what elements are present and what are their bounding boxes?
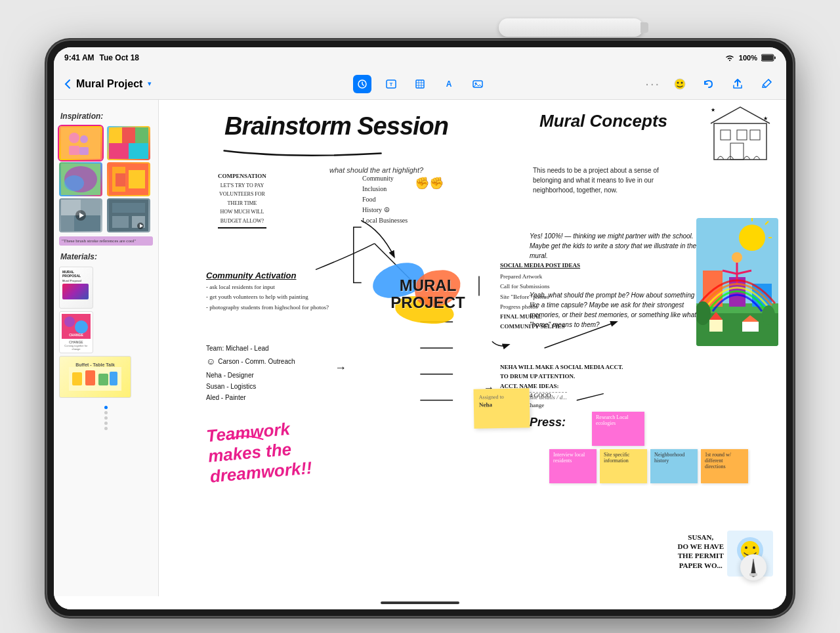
- nav-dot-4: [104, 422, 108, 425]
- materials-label: Materials:: [54, 247, 158, 264]
- time: 9:41 AM: [64, 53, 94, 62]
- building-sketch: ★ ★: [707, 104, 773, 163]
- format-tool-button[interactable]: A: [440, 75, 458, 93]
- change-subtitle: Coming together for change: [62, 344, 90, 351]
- dots-menu[interactable]: ···: [645, 76, 660, 91]
- svg-point-84: [753, 546, 755, 549]
- svg-point-83: [745, 546, 747, 549]
- postit-site: Site specific information: [600, 449, 647, 483]
- sidebar-docs: MURALPROPOSAL Mural Proposal: [54, 264, 158, 401]
- pencil-tool-icon: [746, 557, 761, 577]
- svg-point-45: [64, 316, 75, 327]
- doc-item-mural-proposal: MURALPROPOSAL Mural Proposal: [59, 267, 153, 309]
- toolbar-center: T A: [353, 75, 487, 93]
- mural-concepts-title: Mural Concepts: [539, 110, 667, 133]
- date: Tue Oct 18: [100, 53, 139, 62]
- change-thumbnail[interactable]: CHANGE CHANGE Coming together for change: [59, 311, 93, 353]
- svg-rect-51: [98, 374, 108, 385]
- svg-rect-34: [61, 215, 74, 231]
- wifi-icon: [724, 54, 735, 62]
- svg-rect-22: [109, 143, 129, 159]
- svg-rect-16: [69, 146, 79, 155]
- svg-rect-30: [116, 173, 125, 186]
- mural-proposal-thumbnail[interactable]: MURALPROPOSAL Mural Proposal: [59, 267, 93, 309]
- svg-point-10: [675, 79, 685, 89]
- format-icon: A: [444, 79, 454, 89]
- svg-point-14: [69, 133, 79, 143]
- postit-round: 1st round w/ different directions: [701, 449, 748, 483]
- svg-rect-17: [79, 147, 89, 155]
- sticker-button[interactable]: [671, 75, 689, 93]
- svg-rect-52: [110, 372, 117, 385]
- nav-dot-2: [104, 411, 108, 414]
- main-content: Inspiration:: [54, 100, 786, 596]
- svg-rect-1: [762, 55, 773, 60]
- community-activation: Community Activation: [206, 271, 296, 282]
- sticker-icon: [673, 77, 686, 91]
- social-media-section: SOCIAL MEDIA POST IDEAS: [500, 261, 580, 270]
- nav-dot-5: [104, 427, 108, 430]
- status-left: 9:41 AM Tue Oct 18: [64, 53, 139, 62]
- teamwork-text: Teamworkmakes thedreamwork!!: [205, 417, 313, 487]
- postit-neighborhood: Neighborhood history: [650, 449, 698, 483]
- pen-tool-button[interactable]: [353, 75, 371, 93]
- sidebar-image-5: [59, 198, 102, 232]
- edit-button[interactable]: [757, 75, 776, 93]
- chevron-left-icon: [64, 79, 71, 89]
- svg-point-11: [677, 81, 679, 83]
- yes-text: Yes! 100%! — thinking we might partner w…: [530, 231, 700, 261]
- svg-rect-19: [109, 127, 122, 143]
- pen-icon: [357, 79, 368, 89]
- brainstorm-title: Brainstorm Session: [224, 110, 448, 142]
- central-question: what should the art highlight?: [329, 165, 423, 175]
- assigned-sticky: Assigned to Neha: [473, 388, 530, 428]
- svg-text:★: ★: [763, 116, 768, 121]
- text-tool-button[interactable]: T: [382, 75, 400, 93]
- status-right: 100%: [724, 54, 776, 62]
- svg-text:A: A: [446, 79, 452, 89]
- share-icon: [732, 78, 744, 90]
- pencil-tip-tool[interactable]: [740, 554, 766, 580]
- home-indicator: [54, 596, 786, 609]
- share-button[interactable]: [728, 75, 747, 93]
- ipad-frame: 9:41 AM Tue Oct 18 100%: [46, 39, 794, 617]
- mural-illustration: [696, 218, 778, 346]
- svg-rect-78: [742, 322, 759, 332]
- chevron-down-icon[interactable]: ▾: [148, 79, 152, 88]
- social-media-items: Prepared Artwork Call for Submissions Si…: [500, 272, 564, 332]
- status-bar: 9:41 AM Tue Oct 18 100%: [54, 47, 786, 68]
- mural-central-area: MURAL PROJECT: [362, 257, 494, 349]
- svg-rect-21: [135, 127, 148, 143]
- toolbar: Mural Project ▾ T: [54, 68, 786, 100]
- undo-button[interactable]: [700, 75, 718, 93]
- ipad-screen: 9:41 AM Tue Oct 18 100%: [54, 47, 786, 609]
- svg-text:CHANGE: CHANGE: [69, 333, 83, 337]
- nav-dot-3: [104, 416, 108, 420]
- svg-rect-54: [721, 130, 730, 140]
- project-title: Mural Project: [76, 78, 142, 90]
- svg-point-12: [681, 81, 683, 83]
- svg-rect-49: [72, 372, 82, 385]
- postit-research: Research Local ecologies: [592, 412, 644, 446]
- container-tool-button[interactable]: [411, 75, 429, 93]
- emoji-fists: ✊✊: [415, 175, 444, 192]
- compensation-block: COMPENSATION LET'S TRY TO PAYVOLUNTEERS …: [218, 172, 266, 229]
- image-tool-button[interactable]: [469, 75, 487, 93]
- home-bar[interactable]: [381, 601, 459, 604]
- site-details: site details / d...: [530, 392, 567, 402]
- sidebar-image-6: [107, 198, 150, 232]
- container-icon: [415, 79, 425, 89]
- buffet-thumbnail[interactable]: Buffet - Table Talk: [59, 356, 131, 398]
- sidebar: Inspiration:: [54, 100, 159, 596]
- scene: 9:41 AM Tue Oct 18 100%: [0, 0, 840, 633]
- canvas-area[interactable]: Brainstorm Session what should the art h…: [159, 100, 786, 596]
- svg-rect-55: [737, 130, 747, 140]
- toolbar-left: Mural Project ▾: [64, 78, 196, 90]
- sidebar-image-2: [107, 126, 150, 160]
- sidebar-image-4: [107, 162, 150, 196]
- svg-text:T: T: [390, 81, 393, 87]
- back-button[interactable]: [64, 79, 71, 89]
- mural-project-text: MURAL PROJECT: [375, 277, 480, 312]
- community-items: - ask local residents for input - get yo…: [206, 282, 329, 313]
- team-arrow: →: [335, 361, 346, 375]
